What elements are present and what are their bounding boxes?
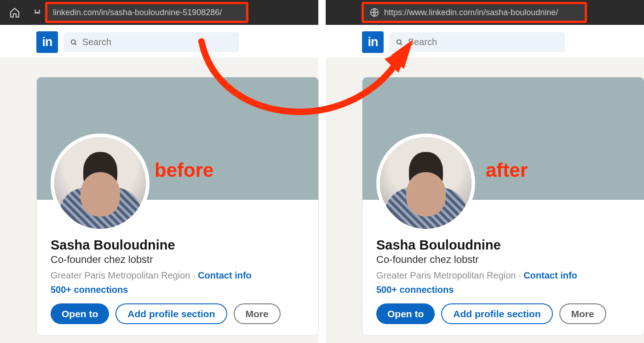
home-icon[interactable] [8,6,21,19]
url-text-after: https://www.linkedin.com/in/sasha-boulou… [384,8,558,17]
profile-name: Sasha Bouloudnine [376,238,630,253]
svg-point-1 [39,10,40,11]
profile-location: Greater Paris Metropolitan Region [376,270,516,280]
search-icon [70,38,78,47]
svg-point-4 [71,40,75,44]
profile-location-row: Greater Paris Metropolitan Region · Cont… [51,270,305,281]
contact-info-link[interactable]: Contact info [198,270,252,280]
profile-headline: Co-founder chez lobstr [376,254,630,266]
open-to-button[interactable]: Open to [376,303,435,324]
linkedin-header: in [0,25,318,53]
profile-card: Sasha Bouloudnine Co-founder chez lobstr… [362,77,644,336]
search-icon [396,38,403,47]
page-settings-icon[interactable] [32,7,42,17]
open-to-button[interactable]: Open to [51,303,109,324]
add-profile-section-button[interactable]: Add profile section [115,303,227,324]
connections-link[interactable]: 500+ connections [51,285,305,295]
svg-rect-2 [34,13,40,14]
search-field[interactable] [63,32,239,52]
search-input[interactable] [408,37,558,47]
linkedin-logo[interactable]: in [362,31,384,53]
more-button[interactable]: More [559,303,606,324]
browser-chrome-left: linkedin.com/in/sasha-bouloudnine-519082… [0,0,318,25]
avatar[interactable] [51,134,150,233]
svg-line-5 [75,43,76,45]
linkedin-header: in [326,25,644,53]
profile-headline: Co-founder chez lobstr [51,254,305,266]
linkedin-logo[interactable]: in [36,31,58,53]
address-bar-before[interactable]: linkedin.com/in/sasha-bouloudnine-519082… [45,2,248,23]
pane-after: in Sasha Bouloudnine Co-founder chez lob… [326,25,644,343]
profile-name: Sasha Bouloudnine [51,238,305,253]
globe-icon [369,7,380,17]
svg-line-7 [401,43,402,45]
pane-divider [318,0,326,343]
address-bar-after[interactable]: https://www.linkedin.com/in/sasha-boulou… [362,2,587,23]
contact-info-link[interactable]: Contact info [523,270,577,280]
url-text-before: linkedin.com/in/sasha-bouloudnine-519082… [53,8,222,17]
profile-card: Sasha Bouloudnine Co-founder chez lobstr… [36,77,319,336]
svg-point-0 [34,10,36,11]
svg-point-6 [397,40,401,44]
avatar[interactable] [376,134,475,233]
profile-location-row: Greater Paris Metropolitan Region · Cont… [376,270,630,281]
add-profile-section-button[interactable]: Add profile section [441,303,552,324]
pane-before: in Sasha Bouloudnine Co-founder chez lob… [0,25,318,343]
more-button[interactable]: More [234,303,281,324]
connections-link[interactable]: 500+ connections [376,285,630,295]
profile-location: Greater Paris Metropolitan Region [51,270,190,280]
search-field[interactable] [389,32,565,52]
browser-chrome-right: https://www.linkedin.com/in/sasha-boulou… [318,0,644,25]
search-input[interactable] [82,37,233,47]
